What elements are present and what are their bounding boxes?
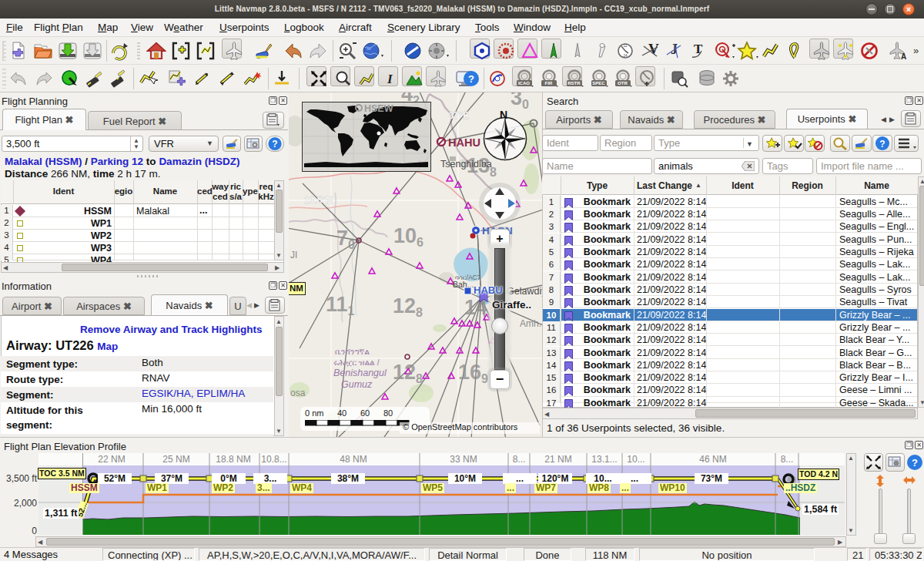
svg-text:RSTR: RSTR — [567, 81, 581, 86]
svg-text:A: A — [901, 52, 906, 61]
svg-text:Gelawdiya: Gelawdiya — [507, 286, 542, 297]
svg-text:169: 169 — [458, 361, 488, 385]
svg-text:ቤንሻንግኛል: ቤንሻንግኛል — [335, 347, 370, 356]
svg-text:12: 12 — [623, 44, 628, 48]
svg-text:JI: JI — [290, 250, 297, 260]
svg-text:111: 111 — [326, 293, 355, 317]
svg-text:30: 30 — [511, 92, 529, 111]
svg-text:SPEC: SPEC — [592, 81, 605, 86]
svg-text:Benishangul: Benishangul — [333, 368, 387, 378]
svg-text:?: ? — [468, 73, 474, 85]
svg-text:?: ? — [272, 139, 277, 149]
svg-text:ሩሕዧር ዝልል /: ሩሕዧር ዝልል / — [333, 358, 380, 367]
svg-text:128: 128 — [393, 361, 423, 385]
svg-text:HAHU: HAHU — [448, 136, 480, 149]
svg-text:T: T — [694, 42, 703, 56]
svg-text:FIR: FIR — [545, 81, 553, 86]
svg-text:106: 106 — [393, 224, 424, 249]
svg-text:37°E: 37°E — [449, 110, 469, 121]
svg-text:?: ? — [879, 139, 885, 149]
svg-text:?: ? — [912, 457, 918, 469]
svg-text:128: 128 — [393, 294, 423, 319]
svg-text:I: I — [387, 72, 393, 86]
svg-text:24: 24 — [623, 54, 628, 58]
svg-text:70: 70 — [336, 227, 355, 251]
svg-text:HSEW: HSEW — [364, 103, 393, 114]
svg-text:13.5°N: 13.5°N — [304, 195, 333, 206]
svg-text:Gumuz: Gumuz — [341, 379, 373, 390]
svg-text:ICAO: ICAO — [518, 81, 530, 86]
svg-text:Amh...: Amh... — [520, 318, 542, 329]
svg-text:OTR: OTR — [618, 81, 628, 86]
svg-text:osa: osa — [290, 388, 306, 398]
